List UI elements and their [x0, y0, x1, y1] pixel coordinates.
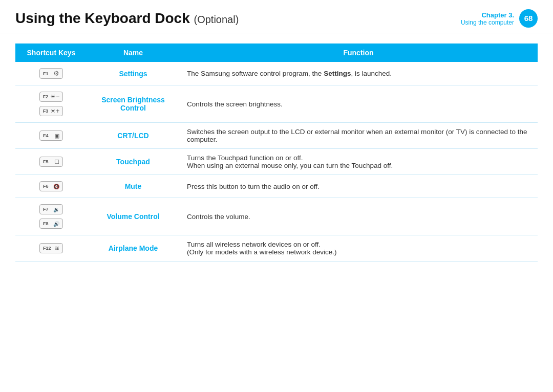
function-name: CRT/LCD: [117, 132, 148, 140]
brightness-up-icon: ☀+: [50, 107, 59, 115]
mute-icon: [53, 183, 59, 190]
shortcut-key-cell: F7 F8: [15, 198, 87, 235]
wifi-icon: [54, 245, 59, 252]
key-badge-f12: F12: [39, 243, 63, 253]
key-badge-f6: F6: [39, 181, 63, 191]
function-name: Mute: [125, 182, 142, 190]
main-content: Shortcut Keys Name Function F1 Settings: [0, 33, 553, 272]
function-text: Controls the volume.: [187, 213, 250, 221]
key-badge-f8: F8: [39, 219, 63, 229]
shortcut-key-cell: F4: [15, 123, 87, 149]
table-header-row: Shortcut Keys Name Function: [15, 43, 538, 62]
key-badge-f7: F7: [39, 204, 63, 214]
chapter-label: Chapter 3.: [461, 11, 514, 19]
page-title: Using the Keyboard Dock (Optional): [15, 10, 239, 27]
function-cell: Turns the Touchpad function on or off. W…: [179, 149, 538, 175]
chapter-info: Chapter 3. Using the computer 68: [461, 9, 538, 28]
table-row: F1 Settings The Samsung software control…: [15, 62, 538, 85]
function-name: Volume Control: [107, 212, 159, 221]
key-group: F5: [23, 156, 79, 168]
chapter-text: Chapter 3. Using the computer: [461, 11, 514, 26]
key-group: F1: [23, 67, 79, 80]
col-function: Function: [179, 43, 538, 62]
function-cell: Press this button to turn the audio on o…: [179, 175, 538, 198]
function-cell: Controls the volume.: [179, 198, 538, 235]
shortcut-key-cell: F5: [15, 149, 87, 175]
shortcut-key-cell: F6: [15, 175, 87, 198]
key-badge-f3: F3 ☀+: [39, 106, 63, 116]
name-cell: Airplane Mode: [87, 235, 179, 262]
key-badge-f5: F5: [39, 157, 63, 167]
table-row: F6 Mute Press this button to turn the au…: [15, 175, 538, 198]
function-text: Switches the screen output to the LCD or…: [187, 128, 527, 143]
crt-icon: [54, 132, 59, 139]
page-header: Using the Keyboard Dock (Optional) Chapt…: [0, 0, 553, 33]
key-badge-f2: F2 ☀−: [39, 92, 63, 102]
key-group: F7 F8: [23, 203, 79, 230]
function-cell: Turns all wireless network devices on or…: [179, 235, 538, 262]
col-name: Name: [87, 43, 179, 62]
title-main: Using the Keyboard Dock: [15, 10, 190, 26]
chapter-sub: Using the computer: [461, 19, 514, 26]
table-row: F5 Touchpad Turns the Touchpad function …: [15, 149, 538, 175]
function-name: Touchpad: [116, 158, 150, 166]
key-group: F2 ☀− F3 ☀+: [23, 91, 79, 117]
function-name: Airplane Mode: [109, 244, 158, 252]
key-group: F12: [23, 242, 79, 254]
function-name: Screen Brightness Control: [101, 96, 165, 112]
function-name: Settings: [119, 70, 147, 78]
name-cell: Touchpad: [87, 149, 179, 175]
shortcut-key-cell: F2 ☀− F3 ☀+: [15, 85, 87, 123]
page-number-badge: 68: [519, 9, 538, 28]
shortcut-key-cell: F12: [15, 235, 87, 262]
function-text: Controls the screen brightness.: [187, 100, 283, 108]
volume-up-icon: [53, 220, 59, 227]
table-row: F7 F8 Volume Control Controls the volume…: [15, 198, 538, 235]
table-row: F4 CRT/LCD Switches the screen output to…: [15, 123, 538, 149]
shortcut-key-cell: F1: [15, 62, 87, 85]
name-cell: Mute: [87, 175, 179, 198]
brightness-down-icon: ☀−: [50, 93, 59, 100]
title-optional: (Optional): [194, 14, 239, 25]
touchpad-icon: [54, 158, 59, 165]
key-badge-f4: F4: [39, 130, 63, 141]
table-row: F2 ☀− F3 ☀+ Screen Brightness Control Co…: [15, 85, 538, 123]
key-badge-f1: F1: [39, 68, 63, 79]
table-row: F12 Airplane Mode Turns all wireless net…: [15, 235, 538, 262]
function-cell: Controls the screen brightness.: [179, 85, 538, 123]
key-group: F6: [23, 180, 79, 192]
key-group: F4: [23, 129, 79, 142]
name-cell: Screen Brightness Control: [87, 85, 179, 123]
function-cell: The Samsung software control program, th…: [179, 62, 538, 85]
settings-icon: [53, 70, 59, 77]
name-cell: CRT/LCD: [87, 123, 179, 149]
col-shortcut-keys: Shortcut Keys: [15, 43, 87, 62]
function-text: Press this button to turn the audio on o…: [187, 183, 320, 190]
function-cell: Switches the screen output to the LCD or…: [179, 123, 538, 149]
shortcut-keys-table: Shortcut Keys Name Function F1 Settings: [15, 43, 538, 262]
volume-down-icon: [53, 206, 59, 213]
name-cell: Settings: [87, 62, 179, 85]
name-cell: Volume Control: [87, 198, 179, 235]
